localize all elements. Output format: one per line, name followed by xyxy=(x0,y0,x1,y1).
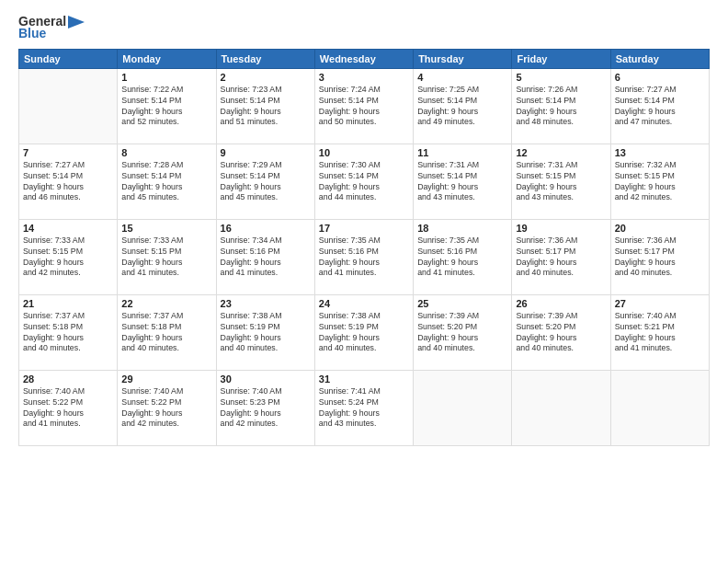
day-info: Sunrise: 7:36 AM Sunset: 5:17 PM Dayligh… xyxy=(516,236,606,280)
calendar-cell: 13Sunrise: 7:32 AM Sunset: 5:15 PM Dayli… xyxy=(610,144,709,219)
day-number: 4 xyxy=(417,72,507,83)
day-info: Sunrise: 7:31 AM Sunset: 5:14 PM Dayligh… xyxy=(417,160,507,204)
day-number: 18 xyxy=(417,223,507,234)
day-info: Sunrise: 7:34 AM Sunset: 5:16 PM Dayligh… xyxy=(221,236,311,280)
calendar-cell: 17Sunrise: 7:35 AM Sunset: 5:16 PM Dayli… xyxy=(314,219,413,294)
day-number: 8 xyxy=(121,147,211,158)
day-info: Sunrise: 7:39 AM Sunset: 5:20 PM Dayligh… xyxy=(516,311,606,355)
day-number: 1 xyxy=(121,72,211,83)
weekday-header-thursday: Thursday xyxy=(414,49,512,68)
day-info: Sunrise: 7:22 AM Sunset: 5:14 PM Dayligh… xyxy=(121,85,211,129)
day-number: 2 xyxy=(221,72,311,83)
weekday-header-wednesday: Wednesday xyxy=(314,49,413,68)
day-number: 7 xyxy=(23,147,113,158)
calendar-cell: 27Sunrise: 7:40 AM Sunset: 5:21 PM Dayli… xyxy=(610,294,709,370)
day-number: 20 xyxy=(615,223,705,234)
calendar-body: 1Sunrise: 7:22 AM Sunset: 5:14 PM Daylig… xyxy=(19,68,710,445)
day-info: Sunrise: 7:41 AM Sunset: 5:24 PM Dayligh… xyxy=(319,386,409,431)
day-info: Sunrise: 7:36 AM Sunset: 5:17 PM Dayligh… xyxy=(615,236,705,280)
day-info: Sunrise: 7:28 AM Sunset: 5:14 PM Dayligh… xyxy=(121,160,211,204)
calendar-table: SundayMondayTuesdayWednesdayThursdayFrid… xyxy=(18,49,710,446)
week-row-3: 14Sunrise: 7:33 AM Sunset: 5:15 PM Dayli… xyxy=(19,219,710,294)
page: General Blue SundayMondayTuesdayWednesda… xyxy=(0,0,728,563)
calendar-cell: 9Sunrise: 7:29 AM Sunset: 5:14 PM Daylig… xyxy=(216,144,314,219)
day-info: Sunrise: 7:35 AM Sunset: 5:16 PM Dayligh… xyxy=(417,236,507,280)
day-info: Sunrise: 7:27 AM Sunset: 5:14 PM Dayligh… xyxy=(23,160,113,204)
calendar-cell: 21Sunrise: 7:37 AM Sunset: 5:18 PM Dayli… xyxy=(19,294,118,370)
calendar-cell: 15Sunrise: 7:33 AM Sunset: 5:15 PM Dayli… xyxy=(118,219,216,294)
day-number: 29 xyxy=(121,373,211,385)
calendar-cell: 23Sunrise: 7:38 AM Sunset: 5:19 PM Dayli… xyxy=(216,294,314,370)
day-info: Sunrise: 7:26 AM Sunset: 5:14 PM Dayligh… xyxy=(516,85,606,129)
svg-marker-0 xyxy=(68,16,85,29)
day-number: 25 xyxy=(417,298,507,309)
calendar-cell: 25Sunrise: 7:39 AM Sunset: 5:20 PM Dayli… xyxy=(414,294,512,370)
calendar-cell: 8Sunrise: 7:28 AM Sunset: 5:14 PM Daylig… xyxy=(118,144,216,219)
day-number: 15 xyxy=(121,223,211,234)
logo-arrow-icon xyxy=(68,16,85,29)
calendar-cell xyxy=(512,370,610,445)
day-info: Sunrise: 7:40 AM Sunset: 5:23 PM Dayligh… xyxy=(221,386,311,431)
calendar-cell: 26Sunrise: 7:39 AM Sunset: 5:20 PM Dayli… xyxy=(512,294,610,370)
calendar-cell: 1Sunrise: 7:22 AM Sunset: 5:14 PM Daylig… xyxy=(118,68,216,144)
weekday-header-tuesday: Tuesday xyxy=(216,49,314,68)
logo: General Blue xyxy=(18,15,85,41)
calendar-cell xyxy=(610,370,709,445)
calendar-cell: 28Sunrise: 7:40 AM Sunset: 5:22 PM Dayli… xyxy=(19,370,118,445)
day-number: 10 xyxy=(319,147,409,158)
day-info: Sunrise: 7:29 AM Sunset: 5:14 PM Dayligh… xyxy=(221,160,311,204)
day-number: 6 xyxy=(615,72,705,83)
calendar-header: SundayMondayTuesdayWednesdayThursdayFrid… xyxy=(19,49,710,68)
day-number: 3 xyxy=(319,72,409,83)
weekday-header-saturday: Saturday xyxy=(610,49,709,68)
week-row-1: 1Sunrise: 7:22 AM Sunset: 5:14 PM Daylig… xyxy=(19,68,710,144)
day-number: 23 xyxy=(221,298,311,309)
day-info: Sunrise: 7:40 AM Sunset: 5:22 PM Dayligh… xyxy=(121,386,211,431)
calendar-cell: 24Sunrise: 7:38 AM Sunset: 5:19 PM Dayli… xyxy=(314,294,413,370)
day-number: 17 xyxy=(319,223,409,234)
day-number: 28 xyxy=(23,373,113,385)
day-number: 14 xyxy=(23,223,113,234)
calendar-cell: 11Sunrise: 7:31 AM Sunset: 5:14 PM Dayli… xyxy=(414,144,512,219)
calendar-cell: 29Sunrise: 7:40 AM Sunset: 5:22 PM Dayli… xyxy=(118,370,216,445)
calendar-cell: 2Sunrise: 7:23 AM Sunset: 5:14 PM Daylig… xyxy=(216,68,314,144)
weekday-row: SundayMondayTuesdayWednesdayThursdayFrid… xyxy=(19,49,710,68)
weekday-header-monday: Monday xyxy=(118,49,216,68)
week-row-4: 21Sunrise: 7:37 AM Sunset: 5:18 PM Dayli… xyxy=(19,294,710,370)
day-number: 12 xyxy=(516,147,606,158)
calendar-cell xyxy=(414,370,512,445)
calendar-cell: 10Sunrise: 7:30 AM Sunset: 5:14 PM Dayli… xyxy=(314,144,413,219)
day-info: Sunrise: 7:37 AM Sunset: 5:18 PM Dayligh… xyxy=(23,311,113,355)
calendar-cell: 3Sunrise: 7:24 AM Sunset: 5:14 PM Daylig… xyxy=(314,68,413,144)
weekday-header-friday: Friday xyxy=(512,49,610,68)
calendar-cell: 4Sunrise: 7:25 AM Sunset: 5:14 PM Daylig… xyxy=(414,68,512,144)
day-number: 26 xyxy=(516,298,606,309)
day-info: Sunrise: 7:39 AM Sunset: 5:20 PM Dayligh… xyxy=(417,311,507,355)
day-number: 5 xyxy=(516,72,606,83)
calendar-cell: 7Sunrise: 7:27 AM Sunset: 5:14 PM Daylig… xyxy=(19,144,118,219)
day-info: Sunrise: 7:40 AM Sunset: 5:22 PM Dayligh… xyxy=(23,386,113,431)
day-info: Sunrise: 7:37 AM Sunset: 5:18 PM Dayligh… xyxy=(121,311,211,355)
calendar-cell: 30Sunrise: 7:40 AM Sunset: 5:23 PM Dayli… xyxy=(216,370,314,445)
day-info: Sunrise: 7:30 AM Sunset: 5:14 PM Dayligh… xyxy=(319,160,409,204)
day-info: Sunrise: 7:23 AM Sunset: 5:14 PM Dayligh… xyxy=(221,85,311,129)
week-row-5: 28Sunrise: 7:40 AM Sunset: 5:22 PM Dayli… xyxy=(19,370,710,445)
day-info: Sunrise: 7:40 AM Sunset: 5:21 PM Dayligh… xyxy=(615,311,705,355)
week-row-2: 7Sunrise: 7:27 AM Sunset: 5:14 PM Daylig… xyxy=(19,144,710,219)
calendar-cell: 31Sunrise: 7:41 AM Sunset: 5:24 PM Dayli… xyxy=(314,370,413,445)
day-info: Sunrise: 7:25 AM Sunset: 5:14 PM Dayligh… xyxy=(417,85,507,129)
calendar-cell: 22Sunrise: 7:37 AM Sunset: 5:18 PM Dayli… xyxy=(118,294,216,370)
day-info: Sunrise: 7:31 AM Sunset: 5:15 PM Dayligh… xyxy=(516,160,606,204)
calendar-cell: 19Sunrise: 7:36 AM Sunset: 5:17 PM Dayli… xyxy=(512,219,610,294)
day-info: Sunrise: 7:38 AM Sunset: 5:19 PM Dayligh… xyxy=(221,311,311,355)
day-number: 16 xyxy=(221,223,311,234)
day-number: 19 xyxy=(516,223,606,234)
day-number: 22 xyxy=(121,298,211,309)
calendar-cell: 16Sunrise: 7:34 AM Sunset: 5:16 PM Dayli… xyxy=(216,219,314,294)
day-number: 21 xyxy=(23,298,113,309)
day-number: 11 xyxy=(417,147,507,158)
day-number: 13 xyxy=(615,147,705,158)
calendar-cell: 5Sunrise: 7:26 AM Sunset: 5:14 PM Daylig… xyxy=(512,68,610,144)
day-number: 9 xyxy=(221,147,311,158)
calendar-cell: 12Sunrise: 7:31 AM Sunset: 5:15 PM Dayli… xyxy=(512,144,610,219)
